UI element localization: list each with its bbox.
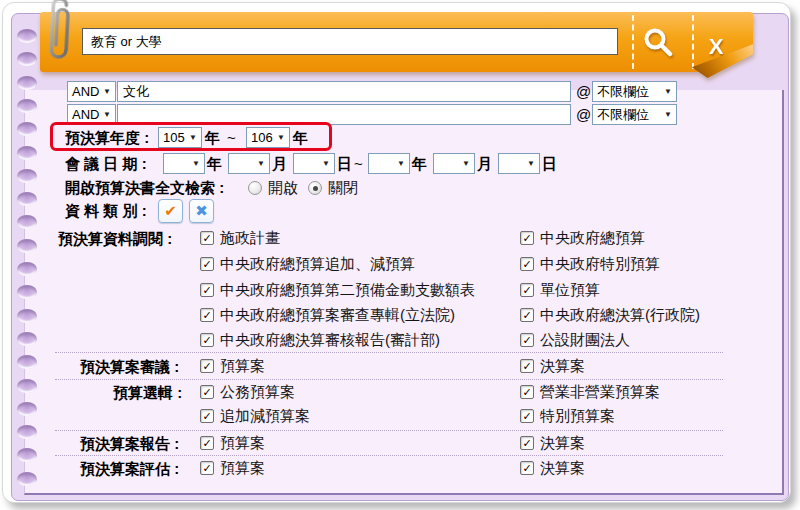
meeting-date-label: 會 議 日 期 : (65, 155, 147, 174)
checkbox[interactable]: ✓ (200, 283, 214, 297)
date-unit: 年 (207, 155, 222, 174)
notebook-card (2, 2, 791, 503)
checkbox-label: 中央政府總決算(行政院) (540, 306, 700, 325)
chevron-down-icon: ▼ (322, 160, 330, 168)
checkbox[interactable]: ✓ (200, 333, 214, 347)
ring-hole (17, 99, 37, 113)
checkbox[interactable]: ✓ (200, 461, 214, 475)
checkbox-label: 決算案 (540, 459, 585, 478)
selection-label: 預算選輯 : (113, 384, 182, 403)
chevron-down-icon: ▼ (527, 160, 535, 168)
field-select[interactable]: 不限欄位 ▼ (592, 81, 677, 102)
date-month-select[interactable]: ▼ (433, 153, 475, 174)
checkbox[interactable]: ✓ (520, 461, 534, 475)
date-month-select[interactable]: ▼ (228, 153, 270, 174)
tilde: ~ (227, 129, 236, 146)
search-header: X (40, 12, 753, 76)
checkbox-label: 特別預算案 (540, 407, 615, 426)
keyword-input[interactable] (117, 104, 571, 125)
fiscal-year-label: 預決算年度 : (65, 129, 149, 148)
checkbox[interactable]: ✓ (520, 333, 534, 347)
ring-hole (17, 402, 37, 416)
ring-hole (17, 146, 37, 160)
checkbox[interactable]: ✓ (520, 231, 534, 245)
year-to-select[interactable]: 106 ▼ (246, 127, 290, 148)
ring-hole (17, 425, 37, 439)
checkbox[interactable]: ✓ (520, 385, 534, 399)
chevron-down-icon: ▼ (397, 160, 405, 168)
chevron-down-icon: ▼ (103, 88, 111, 96)
checkbox[interactable]: ✓ (200, 257, 214, 271)
checkbox[interactable]: ✓ (200, 436, 214, 450)
select-all-button[interactable]: ✔ (158, 199, 183, 223)
fulltext-label: 開啟預算決書全文檢索 : (65, 179, 224, 198)
operator-value: AND (72, 84, 99, 99)
field-select[interactable]: 不限欄位 ▼ (592, 104, 677, 125)
archive-label: 預決算資料調閱 : (58, 230, 172, 249)
chevron-down-icon: ▼ (103, 111, 111, 119)
checkbox[interactable]: ✓ (520, 308, 534, 322)
date-unit: 月 (272, 155, 287, 174)
date-day-select[interactable]: ▼ (293, 153, 335, 174)
date-day-select[interactable]: ▼ (498, 153, 540, 174)
checkbox[interactable]: ✓ (200, 385, 214, 399)
radio-closed[interactable] (308, 181, 322, 195)
checkbox[interactable]: ✓ (520, 359, 534, 373)
checkbox[interactable]: ✓ (520, 436, 534, 450)
report-label: 預決算案報告 : (80, 435, 179, 454)
checkbox-label: 營業非營業預算案 (540, 383, 660, 402)
paperclip-icon (42, 0, 76, 68)
dotted-divider (55, 430, 723, 431)
checkbox[interactable]: ✓ (520, 257, 534, 271)
at-symbol: @ (576, 106, 591, 123)
divider-dashed (632, 15, 634, 69)
ring-hole (17, 169, 37, 183)
checkbox[interactable]: ✓ (520, 283, 534, 297)
dotted-divider (55, 455, 723, 456)
checkbox[interactable]: ✓ (200, 409, 214, 423)
operator-select[interactable]: AND ▼ (67, 104, 116, 125)
ring-hole (17, 29, 37, 43)
chevron-down-icon: ▼ (277, 134, 285, 142)
checkbox[interactable]: ✓ (200, 231, 214, 245)
year-from-value: 105 (163, 130, 185, 145)
ring-hole (17, 239, 37, 253)
clear-all-button[interactable]: ✖ (189, 199, 214, 223)
year-unit: 年 (293, 129, 308, 148)
review-label: 預決算案審議 : (80, 358, 179, 377)
cross-icon: ✖ (195, 202, 208, 220)
checkbox-label: 決算案 (540, 434, 585, 453)
checkbox-label: 決算案 (540, 357, 585, 376)
date-unit: 日 (337, 155, 352, 174)
checkbox-label: 預算案 (220, 459, 265, 478)
checkbox[interactable]: ✓ (200, 308, 214, 322)
checkbox[interactable]: ✓ (200, 359, 214, 373)
search-icon[interactable] (642, 26, 676, 60)
checkbox-label: 預算案 (220, 434, 265, 453)
search-input[interactable] (82, 28, 618, 55)
checkbox[interactable]: ✓ (520, 409, 534, 423)
ring-hole (17, 472, 37, 486)
date-year-select[interactable]: ▼ (368, 153, 410, 174)
checkbox-label: 單位預算 (540, 281, 600, 300)
tilde: ~ (354, 155, 363, 172)
checkbox-label: 追加減預算案 (220, 407, 310, 426)
at-symbol: @ (576, 83, 591, 100)
radio-label: 關閉 (328, 179, 358, 198)
checkbox-label: 中央政府總決算審核報告(審計部) (220, 331, 440, 350)
category-label: 資 料 類 別 : (65, 202, 147, 221)
chevron-down-icon: ▼ (664, 111, 672, 119)
radio-open[interactable] (248, 181, 262, 195)
date-year-select[interactable]: ▼ (163, 153, 205, 174)
ring-hole (17, 379, 37, 393)
screen: X AND ▼ @ 不限欄位 ▼ AND ▼ @ 不限欄位 ▼ 預決算年度 : … (0, 0, 800, 510)
date-unit: 年 (412, 155, 427, 174)
operator-value: AND (72, 107, 99, 122)
keyword-input[interactable] (117, 81, 571, 102)
ring-hole (17, 262, 37, 276)
year-from-select[interactable]: 105 ▼ (158, 127, 202, 148)
chevron-down-icon: ▼ (462, 160, 470, 168)
date-unit: 月 (477, 155, 492, 174)
checkbox-label: 中央政府總預算案審查專輯(立法院) (220, 306, 455, 325)
operator-select[interactable]: AND ▼ (67, 81, 116, 102)
